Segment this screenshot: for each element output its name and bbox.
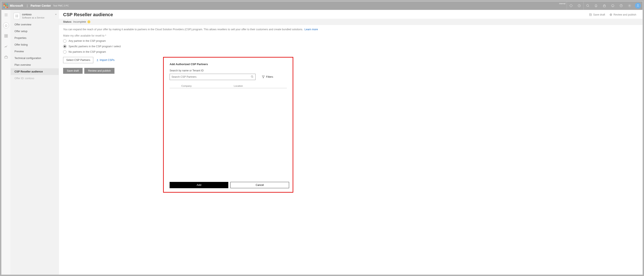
import-csps-link[interactable]: Import CSPs (96, 59, 114, 62)
offer-name: contoso (22, 13, 44, 16)
svg-point-4 (629, 5, 630, 6)
internal-tag: Internal (559, 3, 566, 5)
dialog-title: Add Authorized CSP Partners (170, 63, 287, 66)
publish-icon (610, 13, 612, 16)
svg-point-2 (612, 5, 614, 7)
svg-point-1 (586, 5, 589, 7)
radio-any-partner[interactable]: Any partner in the CSP program (63, 39, 638, 43)
rail-analytics-icon[interactable] (3, 44, 9, 49)
radio-circle-icon (63, 50, 66, 54)
dialog-table-header: Company Location (170, 84, 287, 88)
main-content: CSP Reseller audience Save draft Review … (59, 10, 642, 274)
search-icon (251, 75, 254, 79)
radio-circle-icon (63, 45, 66, 48)
nav-csp-reseller-audience[interactable]: CSP Reseller audience (11, 68, 59, 75)
rail-home-icon[interactable] (3, 23, 9, 28)
offer-subtitle: Software as a Service (22, 16, 44, 19)
svg-rect-9 (6, 36, 8, 37)
filters-button[interactable]: Filters (262, 75, 273, 78)
store-icon[interactable] (600, 2, 608, 10)
svg-point-5 (637, 5, 638, 6)
nav-list: Offer overview Offer setup Properties Of… (11, 21, 59, 82)
nav-offer-overview[interactable]: Offer overview (11, 21, 59, 28)
content-header: CSP Reseller audience Save draft Review … (59, 10, 642, 19)
status-value: Incomplete (73, 20, 86, 23)
select-csp-partners-button[interactable]: Select CSP Partners (63, 57, 93, 63)
user-avatar[interactable] (635, 3, 641, 9)
save-icon (589, 13, 592, 16)
dialog-cancel-button[interactable]: Cancel (230, 182, 289, 188)
nav-preview[interactable]: Preview (11, 48, 59, 55)
status-incomplete-icon: ⋯ (88, 20, 90, 23)
learn-more-link[interactable]: Learn more (304, 28, 318, 31)
offer-sidebar: contoso Software as a Service « Offer ov… (11, 10, 59, 274)
icon-rail (2, 10, 11, 274)
help-icon[interactable] (617, 2, 625, 10)
resell-radio-group: Any partner in the CSP program Specific … (63, 39, 638, 54)
page-title: CSP Reseller audience (63, 12, 113, 18)
dialog-results (170, 88, 287, 180)
header-review-publish-button[interactable]: Review and publish (607, 12, 638, 18)
search-icon[interactable] (584, 2, 592, 10)
import-csps-label: Import CSPs (100, 59, 114, 62)
divider: | (26, 4, 28, 7)
nav-offer-id: Offer ID: contoso (11, 75, 59, 82)
filter-icon (262, 75, 265, 78)
radio-specific-label: Specific partners in the CSP program I s… (68, 45, 121, 48)
add-csp-partners-dialog: Add Authorized CSP Partners Search by na… (164, 58, 293, 192)
radio-any-label: Any partner in the CSP program (68, 40, 106, 42)
svg-rect-6 (4, 35, 6, 36)
status-label: Status: (63, 20, 72, 23)
review-publish-button[interactable]: Review and publish (84, 68, 114, 74)
radio-circle-icon (63, 39, 66, 43)
svg-rect-7 (6, 35, 8, 36)
header-review-publish-label: Review and publish (614, 13, 636, 16)
diamond-icon[interactable] (567, 2, 575, 10)
nav-properties[interactable]: Properties (11, 35, 59, 41)
waffle-button[interactable] (2, 2, 10, 10)
bell-icon[interactable] (592, 2, 600, 10)
rail-toolbox-icon[interactable] (3, 54, 9, 60)
environment-label: Test PMC 2 PC (53, 5, 69, 7)
status-bar: Status: Incomplete ⋯ (59, 19, 642, 25)
header-save-draft-button[interactable]: Save draft (587, 12, 607, 18)
save-draft-button[interactable]: Save draft (63, 68, 82, 74)
resell-field-label: Make my offer available for resell to * (63, 34, 638, 37)
rail-menu-icon[interactable] (3, 12, 9, 18)
nav-plan-overview[interactable]: Plan overview (11, 62, 59, 68)
csp-search-input[interactable] (172, 75, 251, 78)
rail-dashboard-icon[interactable] (3, 33, 9, 39)
feedback-icon[interactable] (608, 2, 617, 10)
offer-header: contoso Software as a Service « (11, 10, 59, 21)
svg-rect-11 (17, 15, 18, 16)
global-topbar: Microsoft | Partner Center Test PMC 2 PC… (2, 2, 642, 10)
svg-rect-8 (4, 36, 6, 37)
radio-specific-partners[interactable]: Specific partners in the CSP program I s… (63, 45, 638, 48)
csp-search-box[interactable] (170, 74, 256, 80)
offer-type-icon (14, 13, 20, 19)
nav-technical-configuration[interactable]: Technical configuration (11, 55, 59, 62)
dialog-subtitle: Search by name or Tenant ID (170, 69, 287, 72)
column-location: Location (234, 85, 243, 87)
svg-rect-13 (17, 16, 18, 17)
svg-rect-12 (16, 16, 16, 17)
radio-no-partners[interactable]: No partners in the CSP program (63, 50, 638, 54)
dialog-add-button[interactable]: Add (170, 182, 228, 188)
help-text: You can expand the reach of your offer b… (63, 28, 638, 31)
nav-offer-setup[interactable]: Offer setup (11, 28, 59, 35)
collapse-sidebar-icon[interactable]: « (55, 13, 56, 16)
svg-point-15 (251, 76, 253, 77)
waffle-icon (4, 4, 8, 8)
svg-rect-10 (16, 15, 16, 16)
brand-label: Microsoft (10, 4, 26, 7)
radio-none-label: No partners in the CSP program (68, 50, 106, 53)
column-company: Company (181, 85, 234, 87)
upload-icon (96, 59, 99, 61)
product-label: Partner Center (30, 4, 51, 7)
header-save-draft-label: Save draft (593, 13, 605, 16)
filters-label: Filters (266, 75, 273, 78)
nav-offer-listing[interactable]: Offer listing (11, 41, 59, 48)
clock-icon[interactable] (575, 2, 584, 10)
settings-icon[interactable] (625, 2, 634, 10)
